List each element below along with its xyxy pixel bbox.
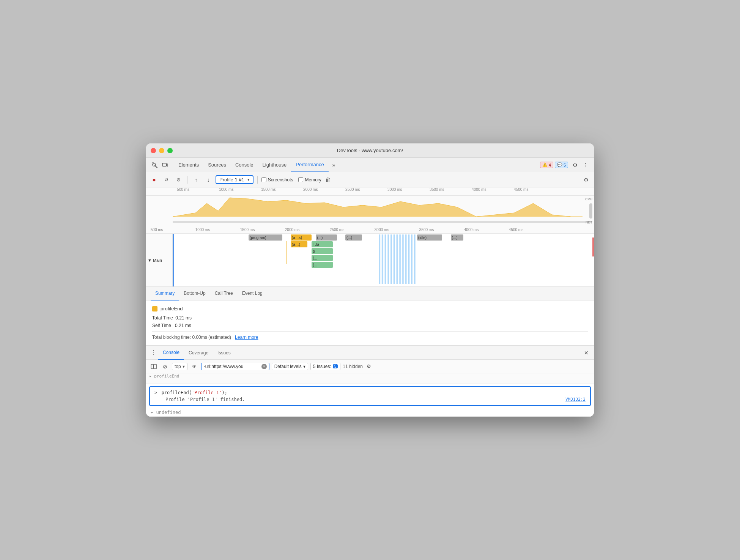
flame-bar-dots2[interactable]: (...) (345, 234, 362, 241)
flame-bar-dots3[interactable]: (...) (451, 234, 463, 241)
profile-label: Profile 1 #1 (219, 177, 244, 182)
function-name: profileEnd (161, 306, 183, 311)
drawer-tab-issues[interactable]: Issues (213, 346, 235, 360)
flame-main-label: ▼ Main (146, 234, 173, 286)
context-dropdown-icon: ▾ (183, 364, 185, 369)
tab-elements[interactable]: Elements (174, 158, 203, 172)
filter-input[interactable]: -url:https://www.you ✕ (201, 363, 269, 370)
console-code-line1: > profileEnd('Profile 1'); (154, 390, 586, 395)
tab-lighthouse[interactable]: Lighthouse (258, 158, 291, 172)
tab-console[interactable]: Console (231, 158, 258, 172)
tab-sources[interactable]: Sources (203, 158, 231, 172)
timeline-ruler-top: 500 ms 1000 ms 1500 ms 2000 ms 2500 ms 3… (146, 187, 594, 196)
perf-settings-button[interactable]: ⚙ (581, 175, 591, 185)
console-close-button[interactable]: ✕ (582, 348, 591, 357)
tick-1000: 1000 ms (219, 187, 233, 192)
issues-badge: 5 Issues: 5 (310, 363, 341, 370)
eye-icon[interactable]: 👁 (190, 362, 199, 371)
cpu-net-chart: CPU NET (146, 196, 594, 226)
clear-console-icon[interactable]: ⊘ (161, 362, 170, 371)
flame-bar-idle[interactable]: (idle) (417, 234, 442, 241)
console-prev-output: ▸ profileEnd (146, 373, 594, 384)
dropdown-arrow-icon: ▾ (247, 177, 250, 182)
maximize-button[interactable] (167, 148, 173, 153)
devtools-window: DevTools - www.youtube.com/ Elements Sou… (146, 143, 594, 417)
svg-rect-5 (173, 221, 591, 223)
drawer-tab-coverage[interactable]: Coverage (184, 346, 213, 360)
more-tabs-icon[interactable]: » (329, 160, 339, 170)
download-button[interactable]: ↓ (203, 175, 213, 185)
trash-button[interactable]: 🗑 (324, 176, 332, 184)
devtools-tabs: Elements Sources Console Lighthouse Perf… (146, 158, 594, 172)
flame-bar-program[interactable]: (program) (249, 234, 282, 241)
tab-performance[interactable]: Performance (291, 158, 328, 172)
tab-event-log[interactable]: Event Log (238, 287, 267, 300)
filter-clear-button[interactable]: ✕ (261, 364, 267, 369)
flame-bar-c1[interactable]: (... (312, 255, 333, 261)
drawer-dots-icon[interactable]: ⋮ (149, 348, 158, 357)
timeline-scroll[interactable] (589, 203, 592, 219)
flame-content[interactable]: (program) (a…s) (...) (...) (idle) (...)… (173, 234, 594, 287)
console-section: ⋮ Console Coverage Issues ✕ ⊘ top (146, 346, 594, 417)
sidebar-toggle-icon[interactable] (149, 362, 158, 371)
profile-selector[interactable]: Profile 1 #1 ▾ (216, 175, 253, 184)
memory-check[interactable] (298, 177, 303, 182)
warning-badge: ⚠️ 4 (540, 162, 553, 168)
settings-icon[interactable]: ⚙ (570, 160, 580, 170)
tab-summary[interactable]: Summary (151, 287, 179, 300)
tbt-row: Total blocking time: 0.00ms (estimated) … (152, 331, 588, 340)
window-title: DevTools - www.youtube.com/ (337, 148, 403, 153)
console-output: ▸ profileEnd (146, 373, 594, 417)
screenshots-checkbox[interactable]: Screenshots (261, 177, 293, 182)
screenshots-check[interactable] (261, 177, 266, 182)
device-toolbar-icon[interactable] (160, 160, 170, 170)
console-settings-icon[interactable]: ⚙ (365, 363, 373, 370)
flame-bar-tja[interactable]: TJa (312, 241, 333, 247)
memory-checkbox[interactable]: Memory (298, 177, 321, 182)
minimize-button[interactable] (159, 148, 164, 153)
message-icon: 💬 (557, 162, 562, 167)
learn-more-link[interactable]: Learn more (235, 335, 258, 340)
tick-4000: 4000 ms (472, 187, 486, 192)
issues-count: 5 (333, 364, 338, 368)
tick-3500: 3500 ms (430, 187, 444, 192)
performance-toolbar: ● ↺ ⊘ ↑ ↓ Profile 1 #1 ▾ Screenshots Mem… (146, 172, 594, 187)
console-undefined-output: ← undefined (146, 408, 594, 417)
console-code-block: > profileEnd('Profile 1'); Profile 'Prof… (149, 386, 591, 406)
tab-bottom-up[interactable]: Bottom-Up (179, 287, 210, 300)
console-fn-close: ); (222, 390, 227, 395)
message-badge: 💬 5 (555, 162, 568, 168)
reload-button[interactable]: ↺ (161, 175, 171, 185)
upload-button[interactable]: ↑ (191, 175, 201, 185)
summary-content: profileEnd Total Time 0.21 ms Self Time … (146, 300, 594, 346)
svg-rect-4 (167, 164, 168, 166)
console-output-line: Profile 'Profile 1' finished. VM3132:2 (154, 397, 586, 402)
drawer-tab-console[interactable]: Console (158, 346, 184, 360)
tick-1500: 1500 ms (261, 187, 276, 192)
flame-bar-a2[interactable]: (a…) (291, 241, 307, 247)
flame-bar-b[interactable]: b (312, 248, 333, 254)
vm-reference-link[interactable]: VM3132:2 (565, 397, 586, 402)
console-arrow-icon: > (154, 390, 157, 395)
tab-call-tree[interactable]: Call Tree (210, 287, 238, 300)
context-selector[interactable]: top ▾ (172, 363, 187, 370)
tick-2000: 2000 ms (303, 187, 318, 192)
tick-4500: 4500 ms (514, 187, 528, 192)
log-level-selector[interactable]: Default levels ▾ (272, 363, 308, 370)
console-fn-name: profileEnd( (161, 390, 191, 395)
svg-rect-3 (162, 163, 166, 166)
more-options-icon[interactable]: ⋮ (580, 160, 591, 170)
svg-rect-7 (154, 364, 156, 369)
total-time-row: Total Time 0.21 ms (152, 315, 588, 321)
flame-bar-c2[interactable]: (... (312, 262, 333, 268)
flame-bar-dots1[interactable]: (...) (316, 234, 337, 241)
flame-bar-as[interactable]: (a…s) (291, 234, 312, 241)
close-button[interactable] (151, 148, 156, 153)
record-button[interactable]: ● (149, 175, 159, 185)
function-icon (152, 306, 157, 311)
inspect-element-icon[interactable] (149, 160, 160, 170)
cancel-button[interactable]: ⊘ (173, 175, 183, 185)
summary-title-row: profileEnd (152, 306, 588, 311)
tick-3000: 3000 ms (387, 187, 402, 192)
flamechart-ruler: 500 ms 1000 ms 1500 ms 2000 ms 2500 ms 3… (146, 226, 594, 234)
